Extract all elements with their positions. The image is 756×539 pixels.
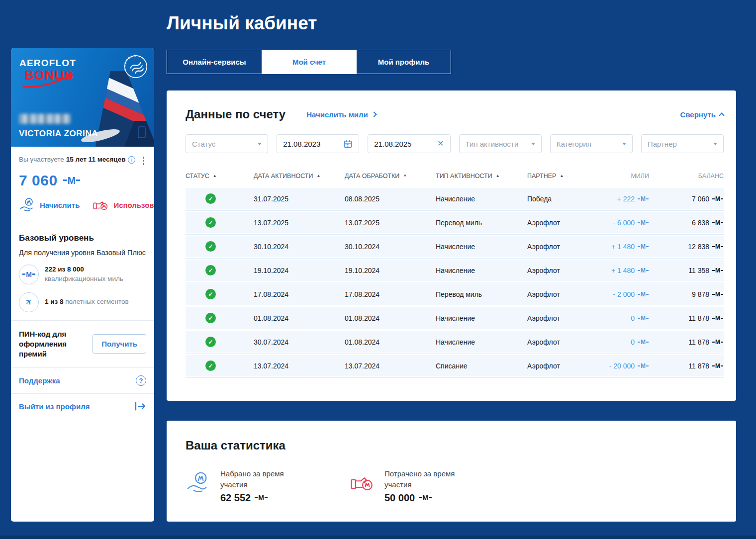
balance-cell: 7 060 bbox=[692, 195, 724, 203]
get-pin-button[interactable]: Получить bbox=[93, 334, 146, 354]
level-title: Базовый уровень bbox=[19, 233, 146, 243]
account-panel-header: Данные по счету Начислить мили Свернуть bbox=[186, 107, 724, 121]
status-cell bbox=[186, 241, 254, 252]
activity-type-filter-select[interactable]: Тип активности bbox=[459, 134, 542, 153]
table-row[interactable]: 31.07.2025 08.08.2025 Начисление Победа … bbox=[186, 187, 724, 211]
miles-cell[interactable]: + 222 bbox=[617, 195, 649, 203]
mile-icon bbox=[637, 220, 649, 226]
sort-desc-active-icon: ▼ bbox=[403, 174, 407, 178]
brand-aeroflot: AEROFLOT bbox=[19, 58, 76, 68]
status-cell bbox=[186, 360, 254, 371]
accrue-miles-link[interactable]: Начислить мили bbox=[306, 110, 376, 119]
balance-cell: 11 358 bbox=[688, 267, 724, 274]
logout-link[interactable]: Выйти из профиля bbox=[11, 394, 154, 419]
accrue-miles-button[interactable]: Начислить bbox=[19, 197, 80, 214]
hand-coin-icon bbox=[19, 197, 36, 214]
bonus-card: AEROFLOT BONUS SKYTEAM bbox=[11, 48, 154, 147]
chevron-down-icon bbox=[531, 143, 535, 145]
header-partner[interactable]: ПАРТНЕР▲ bbox=[527, 173, 602, 180]
mile-icon bbox=[637, 268, 649, 273]
mile-icon bbox=[712, 339, 724, 345]
spend-miles-button[interactable]: Использовать bbox=[93, 197, 154, 214]
miles-cell[interactable]: - 2 000 bbox=[613, 290, 649, 298]
table-body: 31.07.2025 08.08.2025 Начисление Победа … bbox=[186, 187, 724, 378]
qual-miles-value: 222 из 8 000 bbox=[45, 266, 84, 273]
table-row[interactable]: 01.08.2024 01.08.2024 Начисление Аэрофло… bbox=[186, 306, 724, 330]
activity-type-cell: Начисление bbox=[436, 243, 527, 251]
processing-date-cell: 01.08.2024 bbox=[345, 314, 436, 322]
status-filter-select[interactable]: Статус bbox=[186, 134, 268, 153]
mile-icon bbox=[637, 244, 649, 250]
miles-cell[interactable]: - 6 000 bbox=[613, 219, 649, 227]
tab-my-profile[interactable]: Мой профиль bbox=[356, 50, 451, 74]
activity-type-cell: Начисление bbox=[436, 267, 527, 274]
miles-cell[interactable]: + 1 480 bbox=[611, 267, 649, 274]
date-from-input[interactable]: 21.08.2023 bbox=[277, 134, 359, 153]
collapse-link[interactable]: Свернуть bbox=[680, 110, 724, 119]
activity-type-cell: Начисление bbox=[436, 338, 527, 346]
page-title: Личный кабинет bbox=[167, 11, 736, 36]
statistics-panel: Ваша статистика Набрано за время участия… bbox=[167, 421, 736, 522]
mile-icon bbox=[712, 315, 724, 321]
clear-date-icon[interactable] bbox=[437, 140, 444, 148]
info-icon[interactable] bbox=[128, 156, 135, 164]
mile-icon bbox=[637, 291, 649, 297]
balance-cell: 12 838 bbox=[688, 243, 724, 251]
processing-date-cell: 13.07.2025 bbox=[345, 219, 436, 227]
activity-date-cell: 13.07.2025 bbox=[254, 219, 345, 227]
partner-cell: Аэрофлот bbox=[527, 219, 602, 227]
partner-cell: Аэрофлот bbox=[527, 290, 602, 298]
mile-circle-icon bbox=[19, 265, 39, 284]
chevron-down-icon bbox=[258, 143, 262, 145]
pin-code-row: ПИН-код для оформления премий Получить bbox=[11, 321, 154, 368]
balance-cell: 11 878 bbox=[688, 314, 724, 322]
table-row[interactable]: 30.07.2024 01.08.2024 Начисление Аэрофло… bbox=[186, 330, 724, 354]
mile-icon bbox=[712, 291, 724, 297]
spent-value: 50 000 bbox=[384, 492, 459, 504]
date-to-input[interactable]: 21.08.2025 bbox=[368, 134, 450, 153]
page-root: AEROFLOT BONUS SKYTEAM bbox=[0, 0, 756, 522]
brand-bonus: BONUS bbox=[24, 69, 76, 82]
mile-icon bbox=[418, 494, 432, 501]
status-ok-icon bbox=[205, 289, 216, 299]
status-ok-icon bbox=[205, 217, 216, 228]
question-icon bbox=[136, 375, 146, 386]
level-block: Базовый уровень Для получения уровня Баз… bbox=[11, 224, 154, 320]
partner-cell: Аэрофлот bbox=[527, 338, 602, 346]
activity-date-cell: 01.08.2024 bbox=[254, 314, 345, 322]
sort-asc-icon: ▲ bbox=[316, 174, 320, 178]
header-status[interactable]: СТАТУС▲ bbox=[186, 173, 254, 180]
tab-online-services[interactable]: Онлайн-сервисы bbox=[167, 50, 262, 74]
status-cell bbox=[186, 313, 254, 323]
activity-type-cell: Начисление bbox=[436, 314, 527, 322]
miles-cell[interactable]: 0 bbox=[631, 314, 649, 322]
status-ok-icon bbox=[205, 313, 216, 323]
activity-date-cell: 31.07.2025 bbox=[254, 195, 345, 203]
table-row[interactable]: 13.07.2025 13.07.2025 Перевод миль Аэроф… bbox=[186, 211, 724, 235]
activity-date-cell: 13.07.2024 bbox=[254, 362, 345, 370]
mile-icon bbox=[712, 268, 724, 273]
table-row[interactable]: 19.10.2024 19.10.2024 Начисление Аэрофло… bbox=[186, 259, 724, 282]
plane-circle-icon bbox=[19, 292, 39, 312]
category-filter-select[interactable]: Категория bbox=[550, 134, 633, 153]
header-activity-date[interactable]: ДАТА АКТИВНОСТИ▲ bbox=[254, 173, 345, 180]
miles-cell[interactable]: + 1 480 bbox=[611, 243, 649, 251]
support-link[interactable]: Поддержка bbox=[11, 368, 154, 393]
statistics-title: Ваша статистика bbox=[186, 439, 717, 452]
status-ok-icon bbox=[205, 265, 216, 275]
miles-cell[interactable]: 0 bbox=[631, 338, 649, 346]
header-activity-type[interactable]: ТИП АКТИВНОСТИ▲ bbox=[436, 173, 527, 180]
tab-my-account[interactable]: Мой счет bbox=[262, 50, 356, 74]
logout-icon bbox=[134, 401, 146, 411]
balance-cell: 9 878 bbox=[692, 290, 724, 298]
mile-icon bbox=[712, 220, 724, 226]
membership-prefix: Вы участвуете bbox=[19, 156, 64, 163]
sort-asc-icon: ▲ bbox=[213, 174, 217, 178]
partner-filter-select[interactable]: Партнер bbox=[641, 134, 724, 153]
kebab-menu-icon[interactable] bbox=[141, 156, 147, 166]
table-row[interactable]: 13.07.2024 13.07.2024 Списание Аэрофлот … bbox=[186, 354, 724, 378]
miles-cell[interactable]: - 20 000 bbox=[609, 362, 649, 370]
table-row[interactable]: 30.10.2024 30.10.2024 Начисление Аэрофло… bbox=[186, 235, 724, 259]
header-processing-date[interactable]: ДАТА ОБРАБОТКИ▼ bbox=[345, 173, 436, 180]
table-row[interactable]: 17.08.2024 17.08.2024 Перевод миль Аэроф… bbox=[186, 282, 724, 306]
